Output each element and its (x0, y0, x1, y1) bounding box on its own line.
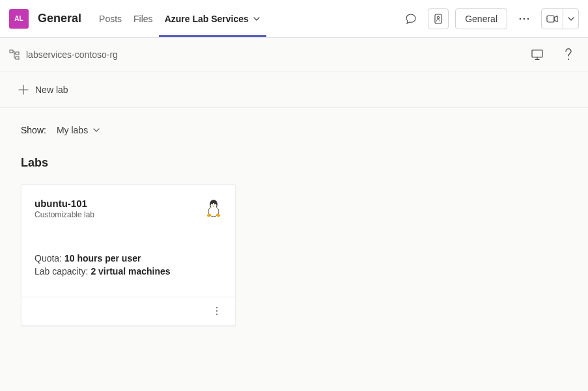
team-avatar[interactable]: AL (9, 9, 29, 29)
filter-value-text: My labs (57, 125, 88, 135)
tab-label: Azure Lab Services (165, 14, 249, 24)
section-title: Labs (21, 156, 567, 170)
tab-azure-lab-services[interactable]: Azure Lab Services (159, 0, 266, 37)
card-top: ubuntu-101 Customizable lab (35, 198, 222, 219)
capacity-label: Lab capacity: (35, 266, 91, 276)
card-footer (21, 297, 235, 325)
channel-name: General (38, 12, 81, 25)
app-subheader: labservices-contoso-rg (0, 38, 588, 72)
svg-point-2 (520, 18, 522, 20)
linux-icon (205, 198, 222, 217)
svg-point-20 (216, 314, 217, 315)
general-button[interactable]: General (455, 8, 507, 29)
new-lab-label: New lab (35, 85, 68, 95)
header-left: AL General Posts Files Azure Lab Service… (9, 0, 266, 37)
subheader-right (527, 44, 579, 65)
breadcrumb-text[interactable]: labservices-contoso-rg (26, 49, 118, 60)
quota-line: Quota: 10 hours per user (35, 252, 222, 265)
svg-point-3 (524, 18, 525, 20)
teams-header: AL General Posts Files Azure Lab Service… (0, 0, 588, 38)
tab-files[interactable]: Files (128, 0, 159, 37)
app-content: labservices-contoso-rg New lab Show: My … (0, 38, 588, 391)
svg-point-4 (527, 18, 529, 20)
svg-rect-9 (532, 50, 542, 57)
chevron-down-icon (93, 128, 100, 132)
filter-dropdown[interactable]: My labs (50, 122, 106, 138)
notes-icon[interactable] (428, 8, 449, 29)
svg-point-19 (216, 310, 217, 312)
card-more-button[interactable] (208, 302, 226, 320)
toolbar: New lab (0, 72, 588, 108)
svg-point-18 (216, 307, 217, 308)
chevron-down-icon (253, 15, 260, 23)
tabs: Posts Files Azure Lab Services (93, 0, 266, 37)
help-icon[interactable] (558, 44, 579, 65)
hierarchy-icon (9, 49, 20, 60)
lab-subtitle: Customizable lab (35, 210, 94, 219)
card-body: ubuntu-101 Customizable lab (21, 185, 235, 297)
lab-title: ubuntu-101 (35, 198, 94, 209)
quota-label: Quota: (35, 253, 64, 263)
breadcrumb: labservices-contoso-rg (9, 49, 118, 60)
plus-icon (18, 85, 29, 95)
svg-point-1 (437, 16, 440, 19)
new-lab-button[interactable]: New lab (18, 85, 68, 95)
capacity-line: Lab capacity: 2 virtual machines (35, 265, 222, 278)
svg-rect-7 (16, 52, 19, 55)
tab-posts[interactable]: Posts (93, 0, 128, 37)
svg-rect-6 (10, 50, 13, 53)
meet-dropdown[interactable] (563, 9, 578, 29)
more-options-icon[interactable] (514, 8, 535, 29)
card-titles: ubuntu-101 Customizable lab (35, 198, 94, 219)
svg-rect-5 (547, 16, 554, 22)
camera-icon[interactable] (542, 9, 563, 29)
lab-card[interactable]: ubuntu-101 Customizable lab (21, 184, 236, 326)
quota-value: 10 hours per user (64, 253, 141, 263)
svg-rect-8 (16, 57, 19, 59)
svg-point-10 (568, 59, 569, 60)
virtual-machines-icon[interactable] (527, 44, 548, 65)
filter-label: Show: (21, 125, 46, 135)
capacity-value: 2 virtual machines (91, 266, 170, 276)
svg-point-14 (212, 203, 213, 204)
filter-row: Show: My labs (21, 122, 567, 138)
reply-icon[interactable] (400, 8, 421, 29)
svg-point-15 (214, 203, 216, 204)
main-area: Show: My labs Labs ubuntu-101 Customizab… (0, 108, 588, 340)
meet-button-group (541, 8, 579, 29)
card-meta: Quota: 10 hours per user Lab capacity: 2… (35, 252, 222, 278)
header-right: General (400, 8, 579, 29)
